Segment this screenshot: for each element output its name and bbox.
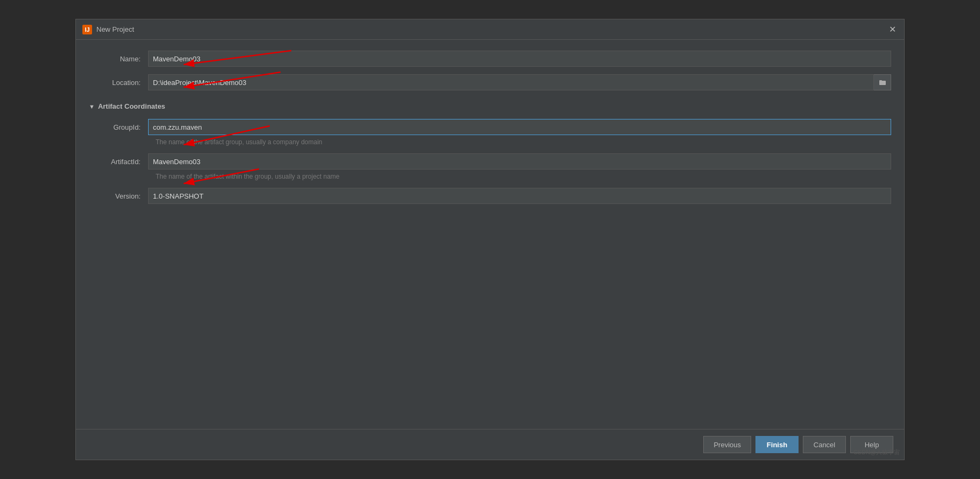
folder-icon — [879, 79, 886, 86]
dialog-title: New Project — [96, 25, 887, 33]
cancel-button[interactable]: Cancel — [803, 436, 846, 453]
version-row: Version: — [89, 188, 891, 204]
dialog-footer: Previous Finish Cancel Help — [76, 429, 904, 460]
svg-rect-1 — [879, 80, 882, 81]
artifact-section-header: ▼ Artifact Coordinates — [89, 102, 891, 110]
chevron-down-icon: ▼ — [89, 103, 95, 110]
location-input-group — [148, 74, 891, 90]
groupid-row: GroupId: — [89, 119, 891, 135]
annotations-overlay — [76, 40, 904, 429]
app-icon: IJ — [82, 25, 92, 34]
groupid-label: GroupId: — [89, 123, 148, 131]
artifactid-row: ArtifactId: — [89, 153, 891, 170]
title-bar: IJ New Project ✕ — [76, 19, 904, 40]
location-label: Location: — [89, 79, 148, 87]
name-row: Name: — [89, 51, 891, 67]
finish-button[interactable]: Finish — [755, 436, 799, 453]
svg-rect-0 — [879, 81, 886, 85]
version-label: Version: — [89, 192, 148, 200]
artifact-coordinates-title: Artifact Coordinates — [98, 102, 165, 110]
name-input[interactable] — [148, 51, 891, 67]
artifactid-hint: The name of the artifact within the grou… — [156, 173, 891, 180]
artifactid-label: ArtifactId: — [89, 158, 148, 166]
location-row: Location: — [89, 74, 891, 90]
browse-button[interactable] — [874, 74, 891, 90]
location-input[interactable] — [148, 74, 874, 90]
groupid-hint: The name of the artifact group, usually … — [156, 138, 891, 146]
artifactid-input[interactable] — [148, 153, 891, 170]
version-input[interactable] — [148, 188, 891, 204]
watermark: CSDN@人猿宇宙 — [853, 448, 900, 456]
new-project-dialog: IJ New Project ✕ Name: Location: — [75, 19, 905, 460]
close-button[interactable]: ✕ — [887, 24, 898, 35]
name-label: Name: — [89, 55, 148, 63]
dialog-body: Name: Location: ▼ Artifact Coordinates — [76, 40, 904, 429]
groupid-input[interactable] — [148, 119, 891, 135]
previous-button[interactable]: Previous — [703, 436, 751, 453]
